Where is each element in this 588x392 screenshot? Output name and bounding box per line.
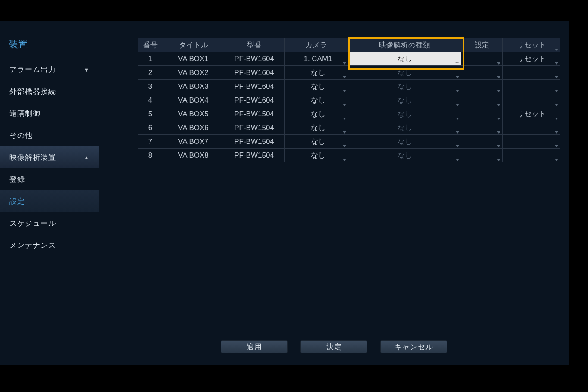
chevron-down-icon <box>555 76 558 78</box>
sidebar-title: 装置 <box>0 34 99 59</box>
chevron-down-icon <box>497 159 500 161</box>
cell-analysis-type-dropdown[interactable]: なし <box>348 80 461 93</box>
chevron-down-icon: ▼ <box>84 67 89 72</box>
cell-reset-dropdown[interactable] <box>503 66 560 80</box>
table-row: 2VA BOX2PF-BW1604なしなし <box>138 66 560 80</box>
chevron-up-icon: ▲ <box>84 155 89 160</box>
cell-model: PF-BW1604 <box>224 66 285 80</box>
col-header-number: 番号 <box>138 38 163 52</box>
chevron-down-icon <box>343 145 346 147</box>
sidebar-item-external-device[interactable]: 外部機器接続 <box>0 81 99 103</box>
cell-reset-dropdown[interactable] <box>503 149 560 162</box>
cell-reset-dropdown[interactable] <box>503 121 560 135</box>
cell-model: PF-BW1504 <box>224 135 285 149</box>
chevron-down-icon <box>497 76 500 78</box>
apply-button[interactable]: 適用 <box>221 340 288 353</box>
cell-number: 4 <box>138 93 163 107</box>
cell-number: 3 <box>138 80 163 93</box>
sidebar-item-alarm-output[interactable]: アラーム出力 ▼ <box>0 59 99 81</box>
cell-number: 2 <box>138 66 163 80</box>
cell-reset-dropdown[interactable]: リセット <box>503 52 560 66</box>
cell-number: 6 <box>138 121 163 135</box>
sidebar-subitem-maintenance[interactable]: メンテナンス <box>0 234 99 256</box>
col-header-analysis-type: 映像解析の種類 <box>348 38 461 52</box>
chevron-down-icon <box>555 62 558 65</box>
footer-buttons: 適用 決定 キャンセル <box>99 340 569 353</box>
chevron-down-icon <box>497 131 500 134</box>
cell-analysis-type-dropdown[interactable]: なし <box>348 149 461 162</box>
cell-reset-dropdown[interactable] <box>503 80 560 93</box>
table-header-row: 番号 タイトル 型番 カメラ 映像解析の種類 設定 リセット <box>138 38 560 52</box>
cell-analysis-type-dropdown[interactable]: なし <box>348 107 461 121</box>
cell-analysis-type-dropdown[interactable]: なし <box>348 121 461 135</box>
chevron-down-icon <box>555 131 558 134</box>
cell-settings-dropdown[interactable] <box>461 107 503 121</box>
cell-camera-dropdown[interactable]: なし <box>285 135 348 149</box>
chevron-down-icon <box>497 62 500 65</box>
chevron-down-icon <box>343 118 346 120</box>
sidebar-subitem-label: メンテナンス <box>9 241 56 249</box>
chevron-down-icon <box>343 159 346 161</box>
cell-reset-dropdown[interactable] <box>503 93 560 107</box>
cell-analysis-type-dropdown[interactable]: なし <box>348 135 461 149</box>
table-row: 8VA BOX8PF-BW1504なしなし <box>138 149 560 162</box>
cell-model: PF-BW1504 <box>224 107 285 121</box>
cell-number: 7 <box>138 135 163 149</box>
sidebar-item-video-analysis-device[interactable]: 映像解析装置 ▲ <box>0 146 99 168</box>
cell-number: 8 <box>138 149 163 162</box>
cell-settings-dropdown[interactable] <box>461 93 503 107</box>
cell-number: 1 <box>138 52 163 66</box>
cell-settings-dropdown[interactable] <box>461 52 503 66</box>
sidebar-item-other[interactable]: その他 <box>0 124 99 146</box>
sidebar-item-label: 映像解析装置 <box>9 152 56 162</box>
cell-camera-dropdown[interactable]: なし <box>285 149 348 162</box>
cell-title: VA BOX4 <box>163 93 224 107</box>
cell-settings-dropdown[interactable] <box>461 66 503 80</box>
sidebar-subitem-label: 登録 <box>9 175 25 184</box>
chevron-down-icon <box>456 76 459 78</box>
cell-analysis-type-dropdown[interactable]: なし <box>348 93 461 107</box>
cell-analysis-type-dropdown[interactable]: なし... <box>348 52 461 66</box>
chevron-down-icon <box>555 118 558 120</box>
cell-camera-dropdown[interactable]: 1. CAM1 <box>285 52 348 66</box>
cell-model: PF-BW1604 <box>224 80 285 93</box>
chevron-down-icon <box>555 159 558 161</box>
sidebar-item-remote-control[interactable]: 遠隔制御 <box>0 103 99 124</box>
cell-reset-dropdown[interactable]: リセット <box>503 107 560 121</box>
cell-model: PF-BW1504 <box>224 149 285 162</box>
cell-camera-dropdown[interactable]: なし <box>285 107 348 121</box>
cell-title: VA BOX8 <box>163 149 224 162</box>
chevron-down-icon <box>497 90 500 92</box>
ok-button[interactable]: 決定 <box>300 340 367 353</box>
cell-camera-dropdown[interactable]: なし <box>285 80 348 93</box>
table-row: 4VA BOX4PF-BW1604なしなし <box>138 93 560 107</box>
cell-title: VA BOX2 <box>163 66 224 80</box>
cancel-button[interactable]: キャンセル <box>380 340 447 353</box>
main-panel: 装置 アラーム出力 ▼ 外部機器接続 遠隔制御 その他 映像解析装置 ▲ 登録 … <box>0 21 569 365</box>
chevron-down-icon <box>456 131 459 134</box>
cell-settings-dropdown[interactable] <box>461 121 503 135</box>
sidebar-subitem-label: スケジュール <box>9 219 56 227</box>
cell-reset-dropdown[interactable] <box>503 135 560 149</box>
cell-title: VA BOX5 <box>163 107 224 121</box>
col-header-settings: 設定 <box>461 38 503 52</box>
cell-title: VA BOX7 <box>163 135 224 149</box>
cell-camera-dropdown[interactable]: なし <box>285 66 348 80</box>
cell-analysis-type-dropdown[interactable]: なし <box>348 66 461 80</box>
cell-title: VA BOX1 <box>163 52 224 66</box>
sidebar-subitem-settings[interactable]: 設定 <box>0 190 99 212</box>
cell-model: PF-BW1604 <box>224 93 285 107</box>
col-header-model: 型番 <box>224 38 285 52</box>
cell-settings-dropdown[interactable] <box>461 80 503 93</box>
cell-settings-dropdown[interactable] <box>461 149 503 162</box>
cell-camera-dropdown[interactable]: なし <box>285 121 348 135</box>
cell-camera-dropdown[interactable]: なし <box>285 93 348 107</box>
sidebar-subitem-register[interactable]: 登録 <box>0 168 99 190</box>
col-header-title: タイトル <box>163 38 224 52</box>
table-row: 1VA BOX1PF-BW16041. CAM1なし...リセット <box>138 52 560 66</box>
cell-settings-dropdown[interactable] <box>461 135 503 149</box>
col-header-reset: リセット <box>503 38 560 52</box>
sidebar-subitem-schedule[interactable]: スケジュール <box>0 212 99 234</box>
sidebar: 装置 アラーム出力 ▼ 外部機器接続 遠隔制御 その他 映像解析装置 ▲ 登録 … <box>0 21 99 365</box>
col-header-camera: カメラ <box>285 38 348 52</box>
